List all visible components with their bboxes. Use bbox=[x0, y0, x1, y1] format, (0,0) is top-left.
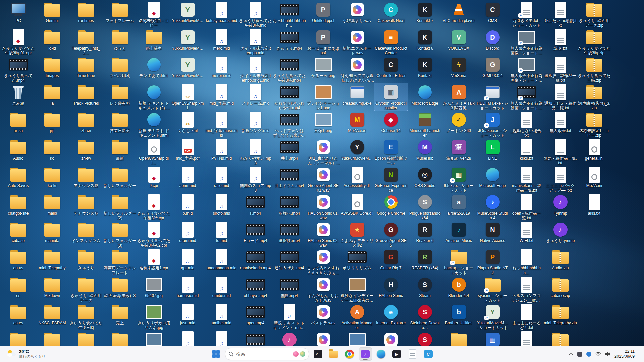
desktop-icon[interactable]: CController Editor bbox=[374, 56, 408, 83]
desktop-icon[interactable]: ▣Crypton Product Installer bbox=[374, 83, 408, 111]
desktop-icon[interactable]: cubase.zip bbox=[543, 276, 577, 303]
desktop-icon[interactable]: manisekarin - 親作品一覧.txt bbox=[509, 166, 543, 193]
desktop-icon[interactable]: ♫meroin.mid bbox=[205, 56, 238, 83]
desktop-icon[interactable]: RREAPER (x64) bbox=[408, 248, 442, 276]
desktop-icon[interactable]: ♫きゅうり食べてた午後3時.mid bbox=[238, 1, 272, 28]
desktop-icon[interactable]: ▶ずんだもん_しおかぜ.wav bbox=[306, 276, 340, 303]
desktop-icon[interactable]: きゅうりポカロ用サムネ.jpg bbox=[137, 303, 171, 330]
desktop-icon[interactable]: GGIMP 3.0.4 bbox=[476, 56, 509, 83]
desktop-icon[interactable]: 営業日変更 bbox=[103, 111, 137, 138]
pinned-file-explorer[interactable] bbox=[327, 347, 340, 361]
desktop-icon[interactable]: bBrother Utilities bbox=[442, 303, 476, 330]
desktop-icon[interactable]: ▶ bbox=[374, 330, 408, 346]
desktop-icon[interactable] bbox=[442, 330, 476, 346]
desktop-icon[interactable]: ko bbox=[35, 138, 69, 166]
desktop-icon[interactable]: Images bbox=[35, 56, 69, 83]
desktop-icon[interactable]: PDFmid_字幕.pdf bbox=[171, 138, 205, 166]
desktop-icon[interactable]: MoZA.ini bbox=[577, 166, 611, 193]
tray-app-blue-icon[interactable] bbox=[586, 352, 591, 357]
desktop-icon[interactable]: AActivation Manager bbox=[340, 303, 374, 330]
desktop-icon[interactable]: zh-tw bbox=[69, 138, 103, 166]
desktop-icon[interactable]: 調声用データテンプレート bbox=[103, 248, 137, 276]
desktop-icon[interactable]: Google Chrome bbox=[374, 193, 408, 221]
tray-chevron-up-icon[interactable] bbox=[569, 353, 573, 356]
desktop-icon[interactable]: ↗syasinn - ショートカット bbox=[476, 276, 509, 303]
desktop-icon[interactable]: ♫無題のスコア.mp3 bbox=[238, 166, 272, 193]
desktop-icon[interactable]: ◆きゅうり食べてた午後3時-01.cpr bbox=[1, 28, 35, 56]
desktop-icon[interactable]: ♫td.mid bbox=[205, 221, 238, 248]
desktop-icon[interactable] bbox=[340, 330, 374, 346]
desktop-icon[interactable]: 孤独なインディーゲーム開発者の一生… bbox=[340, 276, 374, 303]
desktop-icon[interactable]: ♫新規ソング.mid bbox=[238, 111, 272, 138]
desktop-icon[interactable]: malib bbox=[35, 193, 69, 221]
desktop-icon[interactable]: general.ini bbox=[577, 138, 611, 166]
desktop-icon[interactable]: ♫aorin.mid bbox=[171, 166, 205, 193]
desktop-icon[interactable]: ラベル印刷 bbox=[103, 56, 137, 83]
desktop-icon[interactable]: ♪Fymmp bbox=[543, 193, 577, 221]
desktop-icon[interactable]: おっhhhhhhhhhh… bbox=[509, 248, 543, 276]
desktop-icon[interactable]: ♫umibe.mid bbox=[205, 276, 238, 303]
desktop-icon[interactable]: ◆Cubase 14 bbox=[374, 111, 408, 138]
desktop-icon[interactable]: chatgpt-site bbox=[1, 193, 35, 221]
desktop-icon[interactable]: NNative Access bbox=[476, 221, 509, 248]
desktop-icon[interactable]: 井上.mp4 bbox=[272, 138, 306, 166]
desktop-icon[interactable]: ヘルスコンブラッシュン__歌詞.txt bbox=[509, 276, 543, 303]
desktop-icon[interactable]: ▦ bbox=[476, 330, 509, 346]
desktop-icon[interactable]: Audio.zip bbox=[543, 248, 577, 276]
desktop-icon[interactable]: Aかんたん！AITalk 3 関西風 bbox=[442, 83, 476, 111]
desktop-icon[interactable]: 調声練習(失敗)_3 bbox=[103, 276, 137, 303]
desktop-icon[interactable]: 選択肢.mp4 bbox=[272, 221, 306, 248]
desktop-icon[interactable]: createdump.exe bbox=[340, 83, 374, 111]
desktop-icon[interactable]: ▶こってゐｈｄすおｆｄｓｂらぶぁ.wav bbox=[306, 248, 340, 276]
desktop-icon[interactable]: ♫mero.mid bbox=[205, 28, 238, 56]
desktop-icon[interactable]: PPiapro Studio NT2 bbox=[476, 248, 509, 276]
desktop-icon[interactable] bbox=[238, 330, 272, 346]
desktop-icon[interactable]: きゅうり食べてた.mp4 bbox=[1, 56, 35, 83]
desktop-icon[interactable]: ♫新規 テキスト ドキュメント.musicxml bbox=[272, 303, 306, 330]
desktop-icon[interactable]: Track Pictures bbox=[69, 83, 103, 111]
desktop-icon[interactable]: Accessibility.dll bbox=[340, 166, 374, 193]
desktop-icon[interactable]: きゅうり食べてた午後3時.mp4 bbox=[272, 56, 306, 83]
desktop-icon[interactable]: <>くらじ.xml bbox=[171, 111, 205, 138]
desktop-icon[interactable]: ↗HDDFMT.exe - ショートカット bbox=[476, 83, 509, 111]
desktop-icon[interactable]: ≡Cakewalk Product Center bbox=[374, 28, 408, 56]
desktop-icon[interactable]: 筆筆まめ Ver.28 bbox=[442, 138, 476, 166]
desktop-icon[interactable]: おっhhhhhhhhhhhh… bbox=[272, 1, 306, 28]
desktop-icon[interactable]: jijii bbox=[35, 111, 69, 138]
desktop-icon[interactable]: en-us bbox=[1, 248, 35, 276]
desktop-icon[interactable]: 新規 テキスト ドキュメント (2).html bbox=[137, 83, 171, 111]
desktop-icon[interactable] bbox=[1, 330, 35, 346]
desktop-icon[interactable]: インスタグラム bbox=[69, 221, 103, 248]
desktop-icon[interactable]: ♫sirofo.mid bbox=[205, 193, 238, 221]
desktop-icon[interactable]: 65407.jpg bbox=[137, 276, 171, 303]
desktop-icon[interactable]: ▶ bbox=[306, 330, 340, 346]
desktop-icon[interactable]: midi_Telepathy.zip bbox=[543, 303, 577, 330]
desktop-icon[interactable]: KKontakt 8 bbox=[408, 28, 442, 56]
desktop-icon[interactable]: 井上ドラム.mp4 bbox=[272, 166, 306, 193]
desktop-icon[interactable]: 画像1.png bbox=[306, 111, 340, 138]
desktop-icon[interactable]: <>OpenCvSharp.xml bbox=[171, 83, 205, 111]
desktop-icon[interactable]: YYukkuriMovieM… bbox=[171, 1, 205, 28]
desktop-icon[interactable]: WIFI.txt bbox=[509, 221, 543, 248]
desktop-icon[interactable]: 通知うぜえ - 親作品一覧.txt bbox=[543, 83, 577, 111]
wifi-icon[interactable] bbox=[595, 352, 601, 356]
desktop-icon[interactable]: midi_Telepathy bbox=[35, 248, 69, 276]
desktop-icon[interactable]: NGeForce Experience bbox=[374, 166, 408, 193]
desktop-icon[interactable]: Mixdown bbox=[35, 276, 69, 303]
desktop-icon[interactable]: レジ袋有料 bbox=[103, 83, 137, 111]
tray-app-icon[interactable] bbox=[577, 352, 582, 357]
search-highlights-icon[interactable] bbox=[293, 351, 305, 357]
desktop-icon[interactable]: ▶Groove Agent SE 01.wav bbox=[306, 166, 340, 193]
desktop-icon[interactable]: ♫rajio.mid bbox=[205, 166, 238, 193]
desktop-icon[interactable]: Pおーばーまにあ.ppsf bbox=[306, 28, 340, 56]
desktop-icon[interactable]: HHALion Sonic bbox=[374, 276, 408, 303]
pinned-media-player[interactable]: ▶ bbox=[390, 347, 404, 361]
desktop-icon[interactable]: Fコード.mp4 bbox=[238, 221, 272, 248]
desktop-icon[interactable]: きゅうり.mp4 bbox=[272, 28, 306, 56]
pinned-code-app[interactable]: C bbox=[422, 347, 435, 361]
desktop-icon[interactable]: RReaktor 6 bbox=[408, 221, 442, 248]
desktop-icon[interactable]: ▶001_東北きりたん（ノーマル）_今じゃ… bbox=[306, 138, 340, 166]
desktop-icon[interactable]: YYukkuriMovieM… bbox=[171, 28, 205, 56]
desktop-icon[interactable]: 最新 bbox=[103, 138, 137, 166]
desktop-icon[interactable]: es-es bbox=[1, 303, 35, 330]
